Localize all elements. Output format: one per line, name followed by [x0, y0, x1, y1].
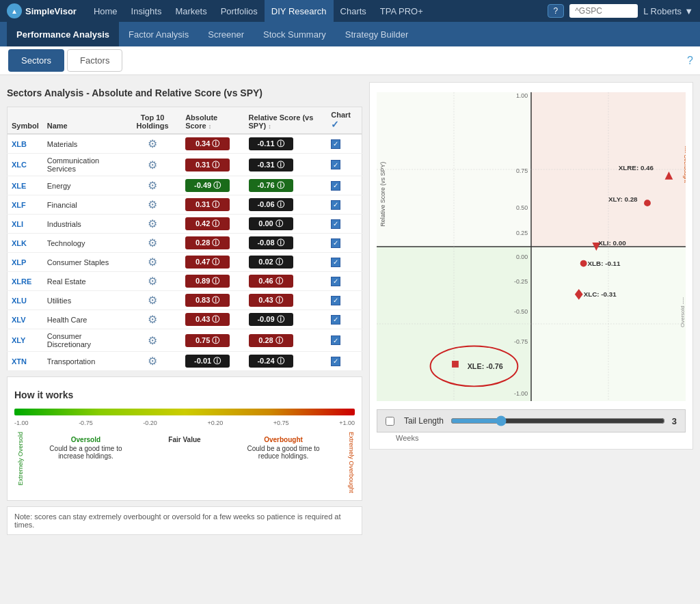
logo[interactable]: ▲ SimpleVisor	[7, 3, 77, 18]
subnav-stock-summary[interactable]: Stock Summary	[254, 22, 336, 46]
top-navigation: ▲ SimpleVisor Home Insights Markets Port…	[0, 0, 700, 22]
chart-checkbox[interactable]: ✓	[327, 195, 362, 215]
chart-checkbox[interactable]: ✓	[327, 134, 362, 154]
table-row: XLU Utilities ⚙ 0.83 ⓘ 0.43 ⓘ ✓	[8, 291, 362, 310]
symbol-cell[interactable]: XLV	[12, 316, 26, 324]
chart-checkbox[interactable]: ✓	[327, 272, 362, 291]
holdings-icon[interactable]: ⚙	[124, 134, 181, 154]
absolute-score[interactable]: 0.31 ⓘ	[181, 195, 244, 215]
svg-text:0.25: 0.25	[516, 230, 528, 236]
holdings-icon[interactable]: ⚙	[124, 154, 181, 176]
svg-text:0.75: 0.75	[516, 167, 528, 174]
absolute-score[interactable]: -0.01 ⓘ	[181, 352, 244, 371]
chart-checkbox[interactable]: ✓	[327, 329, 362, 352]
holdings-icon[interactable]: ⚙	[124, 234, 181, 253]
relative-score[interactable]: -0.31 ⓘ	[245, 154, 327, 176]
table-row: XLY Consumer Discretionary ⚙ 0.75 ⓘ 0.28…	[8, 329, 362, 352]
relative-score[interactable]: 0.28 ⓘ	[245, 329, 327, 352]
subnav-factor-analysis[interactable]: Factor Analysis	[119, 22, 198, 46]
relative-score[interactable]: -0.76 ⓘ	[245, 176, 327, 195]
symbol-cell[interactable]: XLP	[12, 258, 26, 266]
relative-score[interactable]: 0.43 ⓘ	[245, 291, 327, 310]
chart-checkbox[interactable]: ✓	[327, 253, 362, 272]
absolute-score[interactable]: 0.43 ⓘ	[181, 310, 244, 329]
holdings-icon[interactable]: ⚙	[124, 291, 181, 310]
name-cell: Industrials	[43, 215, 124, 234]
chart-checkbox[interactable]: ✓	[327, 215, 362, 234]
tail-checkbox[interactable]	[386, 417, 394, 426]
holdings-icon[interactable]: ⚙	[124, 352, 181, 371]
symbol-cell[interactable]: XLI	[12, 220, 23, 228]
chart-checkbox[interactable]: ✓	[327, 352, 362, 371]
absolute-score[interactable]: 0.89 ⓘ	[181, 272, 244, 291]
relative-score[interactable]: -0.09 ⓘ	[245, 310, 327, 329]
nav-portfolios[interactable]: Portfolios	[214, 0, 265, 22]
chart-checkbox[interactable]: ✓	[327, 310, 362, 329]
table-row: XTN Transportation ⚙ -0.01 ⓘ -0.24 ⓘ ✓	[8, 352, 362, 371]
absolute-score[interactable]: 0.28 ⓘ	[181, 234, 244, 253]
relative-score[interactable]: 0.02 ⓘ	[245, 253, 327, 272]
relative-score[interactable]: 0.46 ⓘ	[245, 272, 327, 291]
subnav-strategy-builder[interactable]: Strategy Builder	[336, 22, 418, 46]
relative-score[interactable]: -0.24 ⓘ	[245, 352, 327, 371]
svg-point-38	[580, 260, 587, 267]
chart-checkbox[interactable]: ✓	[327, 291, 362, 310]
absolute-score[interactable]: 0.34 ⓘ	[181, 134, 244, 154]
absolute-score[interactable]: 0.47 ⓘ	[181, 253, 244, 272]
subnav-screener[interactable]: Screener	[198, 22, 254, 46]
symbol-cell[interactable]: XLU	[12, 297, 27, 305]
nav-markets[interactable]: Markets	[168, 0, 213, 22]
holdings-icon[interactable]: ⚙	[124, 195, 181, 215]
relative-score[interactable]: -0.06 ⓘ	[245, 195, 327, 215]
tab-factors[interactable]: Factors	[67, 49, 122, 72]
svg-text:-0.75: -0.75	[514, 338, 528, 345]
help-icon[interactable]: ?	[687, 55, 693, 67]
svg-text:0.00: 0.00	[516, 253, 528, 260]
help-button[interactable]: ?	[548, 4, 565, 18]
chart-checkbox[interactable]: ✓	[327, 234, 362, 253]
search-input[interactable]	[569, 4, 638, 18]
holdings-icon[interactable]: ⚙	[124, 215, 181, 234]
tail-value: 3	[672, 416, 677, 426]
symbol-cell[interactable]: XLB	[12, 140, 27, 148]
svg-text:0.50: 0.50	[516, 204, 528, 211]
symbol-cell[interactable]: XLRE	[12, 277, 31, 286]
holdings-icon[interactable]: ⚙	[124, 310, 181, 329]
name-cell: Consumer Discretionary	[43, 329, 124, 352]
absolute-score[interactable]: 0.83 ⓘ	[181, 291, 244, 310]
svg-text:1.00: 1.00	[516, 92, 528, 99]
nav-right: ? L Roberts ▼	[548, 4, 693, 18]
holdings-icon[interactable]: ⚙	[124, 329, 181, 352]
holdings-icon[interactable]: ⚙	[124, 253, 181, 272]
nav-charts[interactable]: Charts	[334, 0, 373, 22]
tail-slider[interactable]	[450, 415, 665, 426]
absolute-score[interactable]: 0.42 ⓘ	[181, 215, 244, 234]
subnav-performance-analysis[interactable]: Performance Analysis	[7, 22, 119, 46]
holdings-icon[interactable]: ⚙	[124, 272, 181, 291]
symbol-cell[interactable]: XLF	[12, 201, 26, 209]
scale-labels: -1.00 -0.75 -0.20 +0.20 +0.75 +1.00	[14, 420, 355, 426]
relative-score[interactable]: -0.11 ⓘ	[245, 134, 327, 154]
absolute-score[interactable]: 0.75 ⓘ	[181, 329, 244, 352]
symbol-cell[interactable]: XTN	[12, 357, 27, 366]
user-menu[interactable]: L Roberts ▼	[643, 6, 693, 16]
nav-tpa-pro[interactable]: TPA PRO+	[373, 0, 430, 22]
absolute-score[interactable]: -0.49 ⓘ	[181, 176, 244, 195]
symbol-cell[interactable]: XLE	[12, 182, 26, 190]
symbol-cell[interactable]: XLC	[12, 161, 27, 169]
symbol-cell[interactable]: XLK	[12, 239, 27, 247]
symbol-cell[interactable]: XLY	[12, 336, 25, 344]
absolute-score[interactable]: 0.31 ⓘ	[181, 154, 244, 176]
nav-diy-research[interactable]: DIY Research	[265, 0, 334, 22]
extreme-overbought-label: Extremely Overbought	[345, 432, 355, 493]
relative-score[interactable]: 0.00 ⓘ	[245, 215, 327, 234]
chart-checkbox[interactable]: ✓	[327, 154, 362, 176]
nav-insights[interactable]: Insights	[124, 0, 169, 22]
name-cell: Energy	[43, 176, 124, 195]
tab-sectors[interactable]: Sectors	[8, 49, 64, 72]
relative-score[interactable]: -0.08 ⓘ	[245, 234, 327, 253]
nav-home[interactable]: Home	[87, 0, 124, 22]
holdings-icon[interactable]: ⚙	[124, 176, 181, 195]
logo-icon: ▲	[7, 3, 22, 18]
chart-checkbox[interactable]: ✓	[327, 176, 362, 195]
